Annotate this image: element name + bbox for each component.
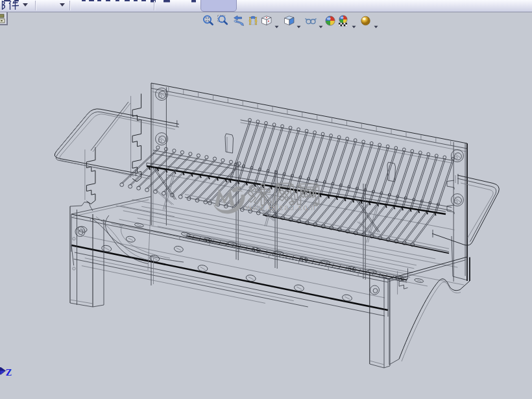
watermark: www.mfcad.com Z bbox=[0, 12, 532, 399]
watermark-url: www.mfcad.com bbox=[245, 203, 316, 212]
solidworks-viewport-window: www.mfcad.com Z bbox=[0, 0, 532, 399]
reference-triad: Z bbox=[0, 368, 12, 378]
toolbar-dropdown-2[interactable] bbox=[60, 3, 65, 6]
command-manager-toolbar bbox=[0, 0, 532, 12]
display-style-icon bbox=[283, 14, 296, 27]
zoom-to-fit-icon bbox=[202, 14, 215, 27]
section-view-icon bbox=[247, 14, 260, 27]
watermark-title bbox=[248, 184, 319, 206]
toolbar-separator bbox=[69, 1, 71, 10]
edit-appearance-icon bbox=[324, 14, 337, 27]
zoom-to-fit-button[interactable] bbox=[202, 14, 215, 27]
view-settings-button[interactable] bbox=[359, 14, 372, 27]
toolbar-active-button[interactable] bbox=[200, 0, 237, 12]
apply-scene-button[interactable] bbox=[337, 14, 350, 27]
zoom-to-area-icon bbox=[217, 14, 230, 27]
toolbar-separator bbox=[35, 1, 36, 10]
edit-appearance-button[interactable] bbox=[324, 14, 337, 27]
view-orientation-dropdown[interactable] bbox=[274, 19, 279, 23]
hide-show-items-button[interactable] bbox=[304, 14, 317, 27]
feature-tree-icon bbox=[0, 12, 6, 24]
display-style-dropdown[interactable] bbox=[296, 19, 301, 23]
triad-z-label: Z bbox=[6, 369, 12, 378]
toolbar-separator bbox=[154, 1, 155, 10]
previous-view-button[interactable] bbox=[232, 14, 245, 27]
toolbar-dropdown-1[interactable] bbox=[23, 3, 28, 6]
graphics-area[interactable]: www.mfcad.com Z bbox=[0, 12, 532, 399]
chevron-down-icon bbox=[296, 25, 301, 29]
section-view-button[interactable] bbox=[247, 14, 260, 27]
toolbar-partial-label[interactable] bbox=[3, 1, 19, 10]
chevron-down-icon bbox=[274, 25, 279, 29]
view-settings-icon bbox=[359, 14, 372, 27]
previous-view-icon bbox=[232, 14, 245, 27]
apply-scene-dropdown[interactable] bbox=[352, 19, 356, 23]
view-orientation-button[interactable] bbox=[260, 14, 273, 27]
zoom-to-area-button[interactable] bbox=[217, 14, 230, 27]
toolbar-cropped-fragments bbox=[4, 0, 196, 2]
hide-show-items-icon bbox=[304, 14, 317, 27]
display-style-button[interactable] bbox=[283, 14, 296, 27]
feature-tree-tab[interactable] bbox=[0, 12, 8, 25]
watermark-logo bbox=[213, 186, 245, 213]
hide-show-items-dropdown[interactable] bbox=[319, 19, 323, 23]
chevron-down-icon bbox=[352, 25, 356, 29]
view-settings-dropdown[interactable] bbox=[374, 19, 378, 23]
chevron-down-icon bbox=[319, 25, 323, 29]
chevron-down-icon bbox=[374, 25, 378, 29]
apply-scene-icon bbox=[337, 14, 350, 27]
view-orientation-icon bbox=[260, 14, 273, 27]
